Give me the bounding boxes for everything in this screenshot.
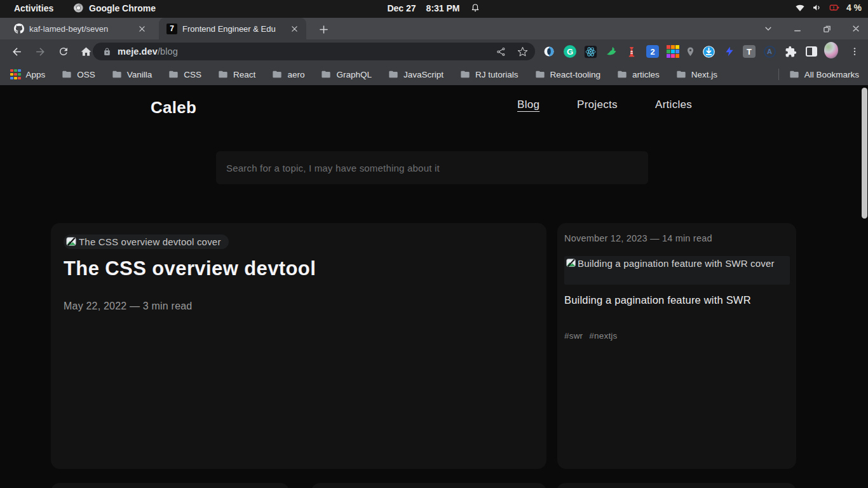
post-card-partial[interactable]: [557, 483, 796, 488]
forward-button[interactable]: [31, 43, 49, 60]
folder-icon: [168, 69, 179, 79]
tab-meje-blog[interactable]: 7 Frontend Engineer & Edu: [159, 18, 306, 39]
grammarly-extension-icon[interactable]: G: [563, 44, 577, 58]
post-card-partial[interactable]: [311, 483, 546, 488]
broken-image-icon: [65, 236, 78, 248]
react-devtools-extension-icon[interactable]: [583, 44, 597, 58]
nav-link-blog[interactable]: Blog: [517, 98, 539, 111]
bookmark-star-icon[interactable]: [513, 43, 531, 60]
bookmark-folder-oss[interactable]: OSS: [62, 69, 95, 79]
close-window-icon[interactable]: [849, 22, 863, 36]
folder-icon: [535, 69, 545, 79]
wifi-icon: [794, 2, 806, 13]
bookmark-folder-css[interactable]: CSS: [168, 69, 201, 79]
location-pin-extension-icon[interactable]: [683, 44, 697, 58]
tab-strip: kaf-lamed-beyt/seven 7 Frontend Engineer…: [0, 18, 868, 39]
bookmark-folder-rj-tutorials[interactable]: RJ tutorials: [460, 69, 519, 79]
tag[interactable]: #nextjs: [589, 331, 617, 341]
nav-link-projects[interactable]: Projects: [577, 98, 618, 111]
all-bookmarks-label: All Bookmarks: [804, 70, 859, 79]
new-tab-button[interactable]: [315, 21, 332, 37]
focused-app-menu[interactable]: Google Chrome: [73, 3, 156, 13]
gazelle-extension-icon[interactable]: [604, 44, 618, 58]
tab-search-chevron-icon[interactable]: [761, 22, 775, 36]
broken-image-icon: [566, 257, 577, 269]
url-text[interactable]: meje.dev/blog: [118, 46, 178, 57]
bookmark-label: Next.js: [691, 70, 717, 79]
bookmark-label: CSS: [184, 70, 201, 79]
battery-percent-label: 4 %: [846, 3, 862, 13]
tab-close-icon[interactable]: [136, 23, 147, 34]
downloader-extension-icon[interactable]: [702, 44, 715, 58]
restore-icon[interactable]: [820, 22, 834, 36]
lighthouse-extension-icon[interactable]: [625, 44, 639, 58]
bookmark-label: articles: [632, 70, 660, 79]
bookmark-folder-articles[interactable]: articles: [617, 69, 660, 79]
screen: Activities Google Chrome Dec 27 8:31 PM …: [0, 0, 868, 488]
bookmark-folder-graphql[interactable]: GraphQL: [321, 69, 372, 79]
bookmark-folder-nextjs[interactable]: Next.js: [676, 69, 717, 79]
bookmark-folder-react-tooling[interactable]: React-tooling: [535, 69, 601, 79]
bookmark-label: React-tooling: [550, 70, 601, 79]
reload-button[interactable]: [55, 43, 72, 60]
lock-icon[interactable]: [103, 48, 111, 56]
post-card-partial[interactable]: [51, 483, 289, 488]
folder-icon: [676, 69, 686, 79]
back-button[interactable]: [8, 43, 25, 60]
broken-image-alt: The CSS overview devtool cover: [64, 234, 229, 249]
opera-extension-icon[interactable]: [542, 44, 556, 58]
folder-icon: [460, 69, 470, 79]
alt-text: The CSS overview devtool cover: [79, 236, 221, 247]
post-title[interactable]: The CSS overview devtool: [64, 257, 316, 280]
bookmark-apps[interactable]: Apps: [10, 69, 45, 80]
profile-avatar[interactable]: [824, 43, 838, 57]
time-label: 8:31 PM: [426, 3, 460, 13]
post-title[interactable]: Building a pagination feature with SWR: [564, 294, 751, 306]
tag[interactable]: #swr: [564, 331, 583, 341]
counter-extension-icon[interactable]: 2: [646, 44, 660, 58]
activities-button[interactable]: Activities: [14, 3, 53, 13]
page-scrollbar-thumb[interactable]: [862, 88, 867, 219]
bookmark-label: RJ tutorials: [475, 70, 519, 79]
notification-bell-icon: [470, 3, 481, 13]
battery-critical-icon: [829, 2, 841, 13]
nav-link-articles[interactable]: Articles: [655, 98, 692, 111]
bookmark-label: React: [233, 70, 255, 79]
color-grid-icon: [667, 45, 679, 58]
browser-menu-kebab-icon[interactable]: [848, 44, 862, 58]
home-button[interactable]: [77, 43, 95, 60]
github-favicon: [14, 24, 24, 34]
tab-title: kaf-lamed-beyt/seven: [29, 24, 108, 34]
all-bookmarks[interactable]: All Bookmarks: [778, 69, 868, 80]
bookmark-folder-aero[interactable]: aero: [272, 69, 304, 79]
folder-icon: [62, 69, 72, 79]
system-status-area[interactable]: 4 %: [794, 2, 862, 13]
bookmark-folder-vanilla[interactable]: Vanilla: [112, 69, 153, 79]
address-bar[interactable]: meje.dev/blog: [93, 43, 535, 60]
share-icon[interactable]: [492, 43, 510, 60]
tab-close-icon[interactable]: [288, 23, 300, 34]
folder-icon: [218, 69, 228, 79]
chrome-icon: [73, 3, 84, 13]
divider: [778, 69, 779, 80]
post-meta: November 12, 2023 — 14 min read: [564, 233, 712, 243]
bookmark-folder-javascript[interactable]: JavaScript: [388, 69, 444, 79]
focused-app-label: Google Chrome: [89, 3, 156, 13]
tampermonkey-extension-icon[interactable]: T: [742, 44, 756, 58]
folder-icon: [112, 69, 122, 79]
minimize-icon[interactable]: [790, 22, 804, 36]
bookmark-folder-react[interactable]: React: [218, 69, 255, 79]
a-circle-extension-icon[interactable]: A: [763, 44, 776, 58]
tab-github-repo[interactable]: kaf-lamed-beyt/seven: [6, 18, 154, 39]
bookmark-label: aero: [287, 70, 304, 79]
bookmarks-bar: Apps OSS Vanilla CSS React aero GraphQL …: [0, 64, 868, 85]
search-input[interactable]: [216, 151, 648, 184]
page-content: Caleb Blog Projects Articles The CSS ove…: [0, 85, 868, 488]
featured-post-card[interactable]: The CSS overview devtool cover The CSS o…: [51, 223, 546, 469]
extensions-puzzle-icon[interactable]: [783, 44, 797, 58]
lightning-extension-icon[interactable]: [722, 44, 736, 58]
colorpicker-extension-icon[interactable]: [666, 44, 680, 58]
side-panel-icon[interactable]: [804, 44, 818, 58]
side-post-card[interactable]: November 12, 2023 — 14 min read Building…: [557, 223, 796, 469]
clock[interactable]: Dec 27 8:31 PM: [387, 3, 480, 13]
